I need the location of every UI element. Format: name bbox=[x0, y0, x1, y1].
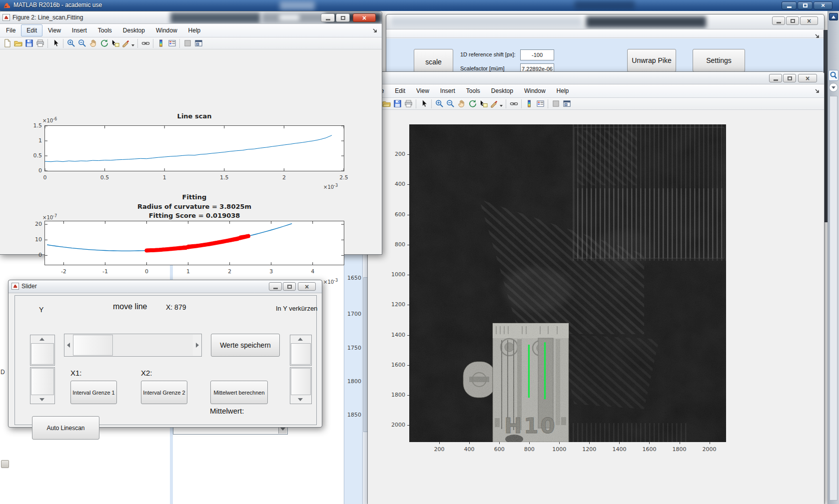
pan-hand-icon[interactable] bbox=[88, 38, 98, 48]
plot-browser-icon[interactable] bbox=[182, 38, 192, 48]
scale-button[interactable]: scale bbox=[414, 49, 453, 74]
close-button[interactable]: × bbox=[353, 13, 376, 22]
collapse-up-button[interactable] bbox=[829, 13, 838, 20]
close-button[interactable]: × bbox=[798, 74, 817, 82]
auto-linescan-button[interactable]: Auto Linescan bbox=[32, 416, 99, 440]
menu-item-tools[interactable]: Tools bbox=[92, 24, 117, 36]
menu-item-desktop[interactable]: Desktop bbox=[486, 85, 519, 97]
open-folder-icon[interactable] bbox=[13, 38, 23, 48]
dropdown-caret-icon[interactable] bbox=[131, 44, 134, 46]
dock-figure-icon[interactable] bbox=[562, 99, 572, 109]
restore-button[interactable] bbox=[798, 1, 813, 9]
save-values-button[interactable]: Werte speichern bbox=[211, 334, 280, 357]
fitting-axes[interactable]: -2-10123401020 bbox=[44, 221, 344, 265]
menu-item-edit[interactable]: Edit bbox=[389, 85, 411, 97]
reference-shift-field[interactable]: -100 bbox=[520, 49, 554, 60]
save-icon[interactable] bbox=[24, 38, 34, 48]
dock-figure-icon[interactable] bbox=[193, 38, 203, 48]
menu-item-window[interactable]: Window bbox=[519, 85, 551, 97]
settings-button[interactable]: Settings bbox=[693, 49, 745, 72]
dropdown-button[interactable] bbox=[829, 83, 838, 92]
calculate-mean-button[interactable]: Mittelwert berechnen bbox=[210, 381, 268, 404]
shorten-slider-lower[interactable] bbox=[290, 367, 312, 404]
unwrap-pike-button[interactable]: Unwrap Pike bbox=[627, 49, 676, 72]
menu-item-view[interactable]: View bbox=[411, 85, 435, 97]
close-button[interactable]: × bbox=[800, 16, 818, 25]
rotate-3d-icon[interactable] bbox=[99, 38, 109, 48]
link-plots-icon[interactable] bbox=[509, 99, 519, 109]
print-icon[interactable] bbox=[403, 99, 413, 109]
pointer-icon[interactable] bbox=[50, 38, 60, 48]
zoom-in-icon[interactable] bbox=[434, 99, 444, 109]
linescan-axes[interactable]: 00.511.522.500.511.5 bbox=[44, 125, 344, 171]
menu-item-insert[interactable]: Insert bbox=[435, 85, 461, 97]
menu-item-tools[interactable]: Tools bbox=[461, 85, 486, 97]
menu-item-help[interactable]: Help bbox=[183, 24, 206, 36]
menu-item-insert[interactable]: Insert bbox=[66, 24, 92, 36]
pan-hand-icon[interactable] bbox=[456, 99, 466, 109]
phase-image[interactable]: H10 bbox=[409, 124, 726, 442]
zoom-out-icon[interactable] bbox=[445, 99, 455, 109]
image-x-tick-label: 800 bbox=[518, 446, 540, 453]
figure2-titlebar[interactable]: Figure 2: Line_scan,Fitting × bbox=[0, 11, 382, 24]
close-button[interactable]: × bbox=[298, 282, 316, 291]
minimize-button[interactable] bbox=[782, 1, 797, 9]
menu-item-desktop[interactable]: Desktop bbox=[117, 24, 150, 36]
search-button[interactable] bbox=[829, 70, 839, 81]
menu-item-view[interactable]: View bbox=[42, 24, 66, 36]
control-panel-titlebar[interactable]: × bbox=[386, 14, 824, 29]
minimize-button[interactable] bbox=[321, 13, 335, 22]
x-tick-label: 2.5 bbox=[333, 174, 355, 181]
link-plots-icon[interactable] bbox=[140, 38, 150, 48]
open-folder-icon[interactable] bbox=[381, 99, 391, 109]
maximize-button[interactable] bbox=[783, 74, 796, 82]
save-icon[interactable] bbox=[392, 99, 402, 109]
main-window-title: MATLAB R2016b - academic use bbox=[13, 1, 102, 8]
slider-titlebar[interactable]: Slider × bbox=[8, 280, 322, 293]
dock-window-icon[interactable] bbox=[815, 88, 820, 94]
insert-colorbar-icon[interactable] bbox=[524, 99, 534, 109]
zoom-out-icon[interactable] bbox=[77, 38, 87, 48]
interval-limit-1-button[interactable]: Interval Grenze 1 bbox=[70, 381, 117, 404]
sidebar-scrollbar[interactable] bbox=[830, 96, 838, 501]
insert-colorbar-icon[interactable] bbox=[156, 38, 166, 48]
pointer-icon[interactable] bbox=[419, 99, 429, 109]
taskbar-mini-icon[interactable] bbox=[1, 460, 9, 468]
maximize-button[interactable] bbox=[786, 16, 799, 25]
image-x-tick-label: 600 bbox=[488, 446, 510, 453]
data-cursor-icon[interactable] bbox=[110, 38, 120, 48]
insert-legend-icon[interactable] bbox=[167, 38, 177, 48]
image-y-tick-label: 400 bbox=[384, 181, 405, 187]
move-line-slider[interactable] bbox=[64, 334, 202, 357]
toolbar-separator bbox=[137, 39, 138, 48]
menu-item-help[interactable]: Help bbox=[551, 85, 575, 97]
plot-browser-icon[interactable] bbox=[551, 99, 561, 109]
y-slider-lower[interactable] bbox=[30, 367, 55, 404]
rotate-3d-icon[interactable] bbox=[467, 99, 477, 109]
shorten-slider-upper[interactable] bbox=[290, 335, 312, 366]
dock-window-icon[interactable] bbox=[372, 28, 378, 33]
close-button[interactable]: × bbox=[814, 1, 833, 9]
data-cursor-icon[interactable] bbox=[478, 99, 488, 109]
right-figure-titlebar[interactable]: d × bbox=[368, 72, 824, 84]
menu-item-edit[interactable]: Edit bbox=[21, 24, 42, 36]
brush-icon[interactable] bbox=[489, 99, 499, 109]
maximize-button[interactable] bbox=[283, 282, 296, 291]
image-y-tick-label: 800 bbox=[384, 241, 405, 248]
minimize-button[interactable] bbox=[269, 282, 282, 291]
y-slider-upper[interactable] bbox=[30, 335, 55, 366]
dropdown-caret-icon[interactable] bbox=[500, 105, 503, 107]
zoom-in-icon[interactable] bbox=[66, 38, 76, 48]
interval-limit-2-button[interactable]: Interval Grenze 2 bbox=[141, 381, 187, 404]
new-document-icon[interactable] bbox=[2, 38, 12, 48]
maximize-button[interactable] bbox=[336, 13, 350, 22]
insert-legend-icon[interactable] bbox=[535, 99, 545, 109]
menu-item-file[interactable]: File bbox=[0, 24, 21, 36]
print-icon[interactable] bbox=[35, 38, 45, 48]
menu-item-window[interactable]: Window bbox=[150, 24, 183, 36]
toolbar-separator bbox=[416, 99, 416, 108]
brush-icon[interactable] bbox=[121, 38, 131, 48]
matlab-main-titlebar[interactable]: MATLAB R2016b - academic use × bbox=[0, 0, 839, 11]
minimize-button[interactable] bbox=[772, 16, 785, 25]
minimize-button[interactable] bbox=[769, 74, 782, 82]
